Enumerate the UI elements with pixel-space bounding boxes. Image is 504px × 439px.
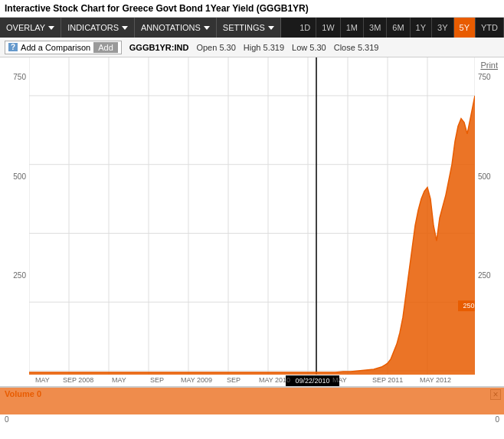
date-marker-text: 09/22/2010 bbox=[296, 377, 330, 385]
overlay-label: OVERLAY bbox=[6, 23, 45, 32]
annotations-menu-btn[interactable]: ANNOTATIONS bbox=[135, 18, 217, 38]
y-label-750-left: 750 bbox=[0, 73, 29, 81]
indicators-label: INDICATORS bbox=[67, 23, 119, 32]
annotations-label: ANNOTATIONS bbox=[141, 23, 201, 32]
x-label-may2012: MAY 2012 bbox=[420, 376, 451, 384]
settings-label: SETTINGS bbox=[223, 23, 265, 32]
time-btn-1d[interactable]: 1D bbox=[294, 18, 316, 38]
y-label-500-left: 500 bbox=[0, 172, 29, 181]
open-label: Open 5.30 bbox=[196, 43, 235, 52]
settings-chevron-icon bbox=[268, 26, 274, 30]
chart-svg: 09/22/2010 250 MAY SEP 2008 MAY SEP MAY … bbox=[29, 57, 475, 386]
y-label-250-right: 250 bbox=[475, 271, 504, 280]
time-btn-3y[interactable]: 3Y bbox=[432, 18, 453, 38]
x-label-may-2: MAY bbox=[112, 376, 126, 384]
y-label-250-left: 250 bbox=[0, 271, 29, 280]
time-btn-5y[interactable]: 5Y bbox=[454, 18, 476, 38]
overlay-chevron-icon bbox=[48, 26, 54, 30]
x-label-may-start: MAY bbox=[35, 376, 50, 384]
high-label: High 5.319 bbox=[244, 43, 284, 52]
close-label: Close 5.319 bbox=[334, 43, 379, 52]
x-label-may2010: MAY 2010 bbox=[259, 376, 290, 384]
indicators-chevron-icon bbox=[122, 26, 128, 30]
volume-section: Volume 0 0 0 × bbox=[0, 387, 504, 427]
time-btn-1m[interactable]: 1M bbox=[341, 18, 364, 38]
x-label-sep2: SEP bbox=[227, 376, 241, 384]
svg-rect-18 bbox=[0, 388, 504, 414]
info-bar: ? Add a Comparison Add GGGB1YR:IND Open … bbox=[0, 38, 504, 57]
y-label-750-right: 750 bbox=[475, 73, 504, 81]
x-label-sep: SEP bbox=[150, 376, 164, 384]
volume-svg bbox=[0, 388, 504, 414]
chart-fill bbox=[29, 96, 475, 375]
chart-container: Print 750 500 250 750 500 250 bbox=[0, 57, 504, 387]
value-label-text: 250 bbox=[463, 302, 475, 310]
settings-menu-btn[interactable]: SETTINGS bbox=[217, 18, 281, 38]
ticker-label: GGGB1YR:IND bbox=[129, 43, 189, 52]
comparison-box: ? Add a Comparison Add bbox=[5, 41, 122, 54]
x-label-sep2008: SEP 2008 bbox=[63, 376, 93, 384]
time-btn-ytd[interactable]: YTD bbox=[476, 18, 504, 38]
x-label-may2009: MAY 2009 bbox=[181, 376, 212, 384]
comparison-placeholder: Add a Comparison bbox=[21, 43, 90, 52]
comparison-question-icon: ? bbox=[8, 43, 18, 51]
add-comparison-btn[interactable]: Add bbox=[93, 42, 118, 53]
indicators-menu-btn[interactable]: INDICATORS bbox=[61, 18, 135, 38]
toolbar: OVERLAY INDICATORS ANNOTATIONS SETTINGS … bbox=[0, 18, 504, 38]
x-label-sep2011: SEP 2011 bbox=[372, 376, 403, 384]
time-btn-3m[interactable]: 3M bbox=[364, 18, 387, 38]
time-btn-6m[interactable]: 6M bbox=[387, 18, 410, 38]
x-label-may3: MAY bbox=[332, 376, 347, 384]
y-label-500-right: 500 bbox=[475, 172, 504, 181]
page-title: Interactive Stock Chart for Greece Govt … bbox=[0, 0, 504, 18]
chart-area: 09/22/2010 250 MAY SEP 2008 MAY SEP MAY … bbox=[29, 57, 475, 386]
time-btn-1y[interactable]: 1Y bbox=[411, 18, 432, 38]
annotations-chevron-icon bbox=[204, 26, 210, 30]
overlay-menu-btn[interactable]: OVERLAY bbox=[0, 18, 61, 38]
y-axis-left: 750 500 250 bbox=[0, 57, 29, 386]
volume-zero-right: 0 bbox=[495, 415, 499, 424]
time-btn-1w[interactable]: 1W bbox=[316, 18, 341, 38]
y-axis-right: 750 500 250 bbox=[475, 57, 504, 386]
volume-zero-left: 0 bbox=[5, 415, 9, 424]
low-label: Low 5.30 bbox=[292, 43, 326, 52]
